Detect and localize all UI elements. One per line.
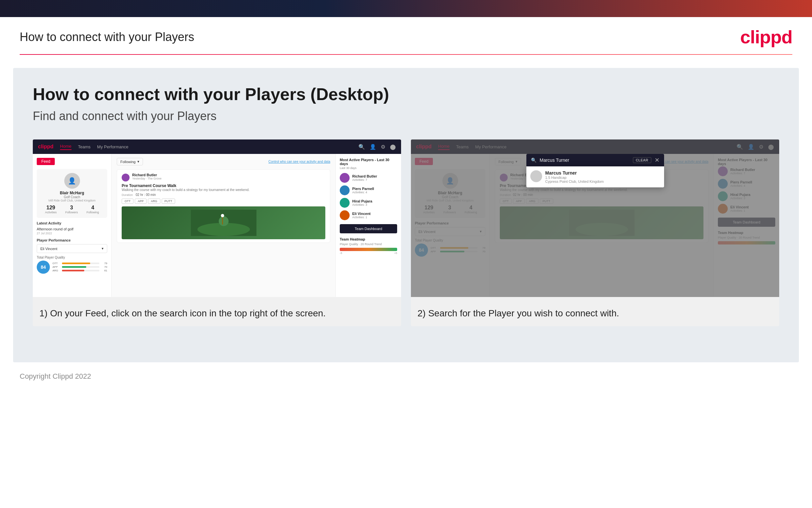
footer: Copyright Clippd 2022	[0, 362, 812, 390]
list-item: Eli Vincent Activities: 1	[340, 210, 397, 220]
heatmap-sub: Player Quality · 20 Round Trend	[340, 243, 397, 246]
score-circle: 84	[37, 261, 50, 274]
search-icon[interactable]: 🔍	[359, 144, 365, 150]
caption-2: 2) Search for the Player you wish to con…	[411, 297, 779, 326]
player-acts-2: Activities: 4	[352, 190, 374, 194]
settings-icon[interactable]: ⚙	[381, 144, 385, 150]
close-icon[interactable]: ✕	[655, 157, 660, 164]
chevron-down-icon: ▾	[137, 160, 139, 164]
player-avatar-2	[340, 185, 349, 195]
search-input-value[interactable]: Marcus Turner	[540, 158, 630, 163]
tag-ott: OTT	[122, 199, 134, 204]
screenshot-panel-2: clippd Home Teams My Performance 🔍 👤 ⚙ ⬤…	[411, 139, 779, 326]
list-item: Piers Parnell Activities: 4	[340, 185, 397, 195]
search-icon-overlay: 🔍	[531, 158, 536, 163]
following-button[interactable]: Following ▾	[117, 158, 143, 165]
main-title: How to connect with your Players (Deskto…	[33, 84, 779, 104]
player-avatar-3	[340, 198, 349, 208]
app-screenshot-2: clippd Home Teams My Performance 🔍 👤 ⚙ ⬤…	[411, 139, 779, 297]
caption-1: 1) On your Feed, click on the search ico…	[33, 297, 401, 326]
search-result-dropdown: Marcus Turner 1.5 Handicap Cypress Point…	[526, 166, 664, 187]
screenshots-row: clippd Home Teams My Performance 🔍 👤 ⚙ ⬤	[33, 139, 779, 326]
control-link[interactable]: Control who can see your activity and da…	[269, 160, 330, 163]
profile-stats: 129 Activities 3 Followers 4 Following	[41, 205, 103, 214]
most-active-title: Most Active Players - Last 30 days	[340, 158, 397, 166]
bar-ott: OTT 79	[52, 262, 107, 265]
search-result-info: Marcus Turner 1.5 Handicap Cypress Point…	[545, 170, 604, 183]
player-acts-3: Activities: 3	[352, 203, 372, 206]
right-panel-1: Most Active Players - Last 30 days Last …	[335, 154, 401, 297]
nav-my-performance[interactable]: My Performance	[97, 144, 128, 149]
activity-duration: Duration 02 hr : 00 min	[122, 193, 325, 197]
list-item: Hiral Pujara Activities: 3	[340, 198, 397, 208]
player-name-2: Piers Parnell	[352, 187, 374, 190]
search-result-handicap: 1.5 Handicap	[545, 176, 604, 179]
player-acts-4: Activities: 1	[352, 216, 371, 219]
app-body-1: Feed 👤 Blair McHarg Golf Coach Mill Ride…	[33, 154, 401, 297]
stat-activities: 129 Activities	[45, 205, 57, 214]
heatmap-title: Team Heatmap	[340, 237, 397, 241]
brand-logo: clippd	[740, 26, 792, 48]
activity-date: 27 Jul 2022	[37, 232, 107, 235]
following-bar: Following ▾ Control who can see your act…	[117, 158, 330, 165]
stat-following: 4 Following	[87, 205, 99, 214]
player-name-4: Eli Vincent	[352, 212, 371, 216]
profile-club: Mill Ride Golf Club, United Kingdom	[41, 199, 103, 202]
nav-teams[interactable]: Teams	[78, 144, 91, 149]
dropdown-arrow: ▾	[102, 247, 104, 251]
most-active-sub: Last 30 days	[340, 166, 397, 170]
copyright-text: Copyright Clippd 2022	[20, 372, 91, 380]
player-name-1: Richard Butler	[352, 174, 377, 178]
activity-meta: Yesterday · The Grove	[132, 177, 162, 180]
quality-label: Total Player Quality	[37, 256, 107, 259]
tag-arg: ARG	[148, 199, 160, 204]
bar-arg: ARG 61	[52, 269, 107, 272]
player-name-3: Hiral Pujara	[352, 199, 372, 203]
svg-point-4	[221, 214, 224, 217]
activity-card-1: Richard Butler Yesterday · The Grove Pre…	[117, 169, 330, 243]
avatar-icon[interactable]: ⬤	[390, 144, 396, 150]
latest-activity-label: Latest Activity	[37, 221, 107, 225]
feed-tab[interactable]: Feed	[37, 158, 55, 165]
search-result-name: Marcus Turner	[545, 170, 604, 176]
player-dropdown[interactable]: Eli Vincent ▾	[37, 244, 107, 253]
search-bar: 🔍 Marcus Turner CLEAR ✕	[526, 154, 664, 166]
bar-app: APP 70	[52, 265, 107, 268]
svg-rect-3	[222, 216, 223, 224]
svg-point-2	[219, 216, 229, 226]
team-dashboard-button[interactable]: Team Dashboard	[340, 224, 397, 233]
activity-desc: Walking the course with my coach to buil…	[122, 188, 325, 192]
activity-title: Pre Tournament Course Walk	[122, 183, 325, 188]
tag-buttons: OTT APP ARG PUTT	[122, 199, 325, 204]
user-icon[interactable]: 👤	[370, 144, 376, 150]
tag-putt: PUTT	[162, 199, 176, 204]
main-subtitle: Find and connect with your Players	[33, 109, 779, 123]
heatmap-labels: -5 +5	[340, 252, 397, 255]
center-panel-1: Following ▾ Control who can see your act…	[111, 154, 335, 297]
search-bar-container: 🔍 Marcus Turner CLEAR ✕ Marcus Turner 1.…	[526, 154, 664, 187]
player-performance-title-1: Player Performance	[37, 238, 107, 242]
nav-home[interactable]: Home	[60, 144, 71, 150]
stat-followers: 3 Followers	[65, 205, 78, 214]
quality-bars: OTT 79 APP 70	[52, 262, 107, 273]
search-result-club: Cypress Point Club, United Kingdom	[545, 179, 604, 183]
profile-card: 👤 Blair McHarg Golf Coach Mill Ride Golf…	[37, 169, 107, 218]
clear-button[interactable]: CLEAR	[633, 157, 651, 163]
app-logo-1: clippd	[38, 144, 53, 150]
page-title: How to connect with your Players	[20, 30, 194, 44]
activity-text: Afternoon round of golf	[37, 227, 107, 231]
quality-score: 84 OTT 79 APP	[37, 261, 107, 274]
activity-user-name: Richard Butler	[132, 173, 162, 177]
player-avatar-4	[340, 210, 349, 220]
header-divider	[20, 54, 792, 55]
profile-avatar: 👤	[64, 173, 80, 189]
course-image	[122, 206, 325, 239]
left-panel-1: Feed 👤 Blair McHarg Golf Coach Mill Ride…	[33, 154, 111, 297]
search-result-avatar	[530, 170, 542, 182]
profile-role: Golf Coach	[41, 195, 103, 199]
search-result-item[interactable]: Marcus Turner 1.5 Handicap Cypress Point…	[530, 170, 660, 183]
player-avatar-1	[340, 173, 349, 183]
main-content: How to connect with your Players (Deskto…	[13, 68, 799, 362]
profile-name: Blair McHarg	[41, 190, 103, 195]
screenshot-panel-1: clippd Home Teams My Performance 🔍 👤 ⚙ ⬤	[33, 139, 401, 326]
